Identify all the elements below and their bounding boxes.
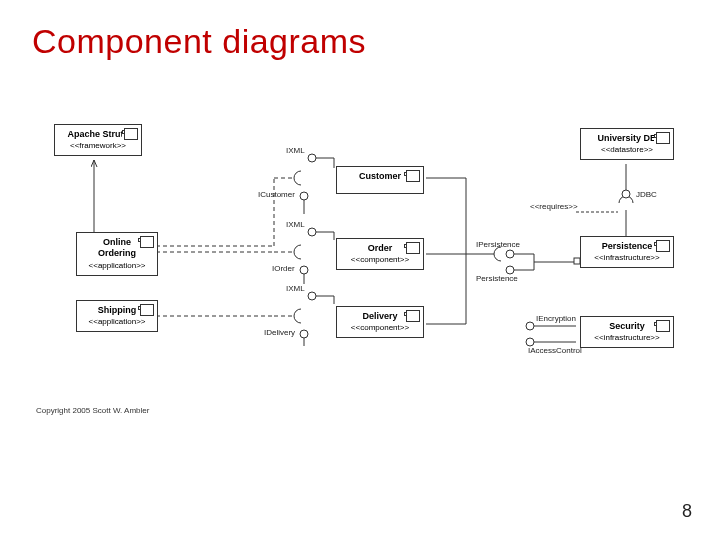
interface-label-ipersistence: IPersistence — [476, 240, 520, 249]
component-order: Order <<component>> — [336, 238, 424, 270]
component-online-ordering: Online Ordering <<application>> — [76, 232, 158, 276]
svg-point-28 — [506, 250, 514, 258]
component-security: Security <<infrastructure>> — [580, 316, 674, 348]
interface-label-ixml-order: IXML — [286, 220, 305, 229]
svg-point-13 — [308, 228, 316, 236]
interface-label-persistence-port: Persistence — [476, 274, 518, 283]
interface-label-jdbc: JDBC — [636, 190, 657, 199]
component-apache-struts: Apache Struts <<framework>> — [54, 124, 142, 156]
component-stereotype: <<framework>> — [61, 141, 135, 151]
component-shipping: Shipping <<application>> — [76, 300, 158, 332]
component-university-db: University DB <<datastore>> — [580, 128, 674, 160]
svg-point-36 — [622, 190, 630, 198]
svg-point-4 — [300, 192, 308, 200]
interface-label-iencryption: IEncryption — [536, 314, 576, 323]
component-label: Security — [587, 321, 667, 332]
component-stereotype: <<datastore>> — [587, 145, 667, 155]
slide-title: Component diagrams — [32, 22, 366, 61]
component-label: Persistence — [587, 241, 667, 252]
svg-point-20 — [308, 292, 316, 300]
interface-label-iorder: IOrder — [272, 264, 295, 273]
uml-component-diagram: Apache Struts <<framework>> Online Order… — [36, 118, 684, 418]
component-stereotype: <<infrastructure>> — [587, 253, 667, 263]
component-label: Delivery — [343, 311, 417, 322]
interface-label-icustomer: ICustomer — [258, 190, 295, 199]
interface-label-ixml-delivery: IXML — [286, 284, 305, 293]
interface-label-ixml-customer: IXML — [286, 146, 305, 155]
component-label: University DB — [587, 133, 667, 144]
copyright-text: Copyright 2005 Scott W. Ambler — [36, 406, 149, 415]
svg-point-18 — [300, 330, 308, 338]
component-stereotype: <<component>> — [343, 323, 417, 333]
svg-point-11 — [300, 266, 308, 274]
component-persistence: Persistence <<infrastructure>> — [580, 236, 674, 268]
component-stereotype: <<application>> — [83, 261, 151, 271]
component-stereotype: <<application>> — [83, 317, 151, 327]
svg-point-30 — [506, 266, 514, 274]
component-delivery: Delivery <<component>> — [336, 306, 424, 338]
interface-label-iaccesscontrol: IAccessControl — [528, 346, 582, 355]
component-label: Shipping — [83, 305, 151, 316]
component-label: Order — [343, 243, 417, 254]
svg-point-40 — [526, 322, 534, 330]
component-stereotype: <<infrastructure>> — [587, 333, 667, 343]
component-stereotype: <<component>> — [343, 255, 417, 265]
svg-point-42 — [526, 338, 534, 346]
component-label: Apache Struts — [61, 129, 135, 140]
component-label: Customer — [343, 171, 417, 182]
svg-point-6 — [308, 154, 316, 162]
component-label: Online Ordering — [83, 237, 151, 260]
page-number: 8 — [682, 501, 692, 522]
interface-label-idelivery: IDelivery — [264, 328, 295, 337]
component-customer: Customer — [336, 166, 424, 194]
interface-label-requires: <<requires>> — [530, 202, 578, 211]
